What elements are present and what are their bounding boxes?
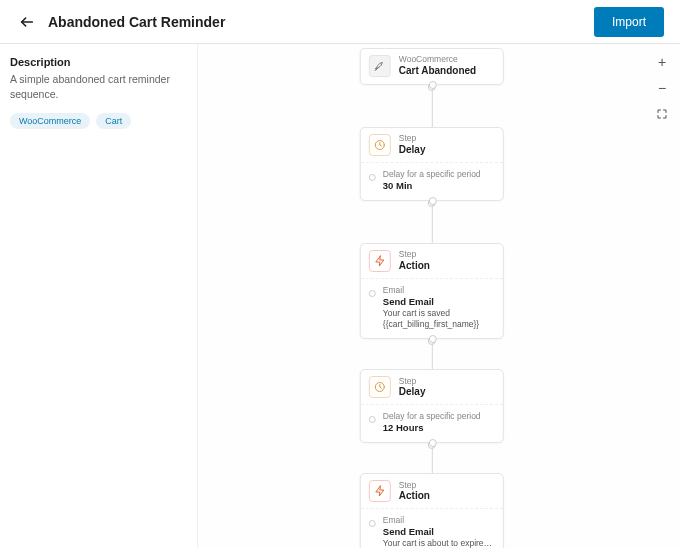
step-body-sub: Your cart is about to expire… — [383, 538, 495, 548]
step-body-title: Send Email — [383, 526, 495, 537]
step-body-title: Send Email — [383, 296, 495, 307]
step-body-meta: Email — [383, 515, 495, 525]
step-body-title: 12 Hours — [383, 422, 495, 433]
step-body-meta: Delay for a specific period — [383, 169, 495, 179]
rocket-icon — [369, 55, 391, 77]
action-node[interactable]: Step Action Email Send Email Your cart i… — [360, 473, 504, 548]
step-meta: Step — [399, 134, 426, 144]
description-label: Description — [10, 56, 189, 68]
canvas-tools: + − — [654, 54, 670, 122]
workflow-flow: WooCommerce Cart Abandoned Step Delay — [360, 48, 504, 548]
import-button[interactable]: Import — [594, 7, 664, 37]
step-body-meta: Email — [383, 285, 495, 295]
tag-woocommerce[interactable]: WooCommerce — [10, 113, 90, 129]
action-node[interactable]: Step Action Email Send Email Your cart i… — [360, 243, 504, 339]
bolt-icon — [369, 250, 391, 272]
step-meta: Step — [399, 377, 426, 387]
trigger-title: Cart Abandoned — [399, 65, 476, 77]
description-text: A simple abandoned cart reminder sequenc… — [10, 72, 189, 101]
step-body-meta: Delay for a specific period — [383, 411, 495, 421]
step-title: Action — [399, 490, 430, 502]
clock-icon — [369, 134, 391, 156]
back-icon[interactable] — [16, 11, 38, 33]
tag-list: WooCommerce Cart — [10, 113, 189, 129]
trigger-meta: WooCommerce — [399, 55, 476, 65]
workflow-canvas[interactable]: + − WooCommerce Cart Abandoned — [198, 44, 680, 548]
sidebar: Description A simple abandoned cart remi… — [0, 44, 198, 548]
delay-node[interactable]: Step Delay Delay for a specific period 3… — [360, 127, 504, 201]
step-title: Delay — [399, 386, 426, 398]
step-title: Delay — [399, 144, 426, 156]
header: Abandoned Cart Reminder Import — [0, 0, 680, 44]
trigger-node[interactable]: WooCommerce Cart Abandoned — [360, 48, 504, 85]
page-title: Abandoned Cart Reminder — [48, 14, 225, 30]
connector — [431, 339, 432, 369]
step-title: Action — [399, 260, 430, 272]
zoom-in-icon[interactable]: + — [654, 54, 670, 70]
step-meta: Step — [399, 250, 430, 260]
clock-icon — [369, 376, 391, 398]
tag-cart[interactable]: Cart — [96, 113, 131, 129]
step-meta: Step — [399, 481, 430, 491]
svg-marker-2 — [376, 256, 384, 266]
connector — [431, 85, 432, 127]
svg-marker-4 — [376, 486, 384, 496]
fullscreen-icon[interactable] — [654, 106, 670, 122]
connector — [431, 201, 432, 243]
delay-node[interactable]: Step Delay Delay for a specific period 1… — [360, 369, 504, 443]
step-body-title: 30 Min — [383, 180, 495, 191]
step-body-sub: Your cart is saved {{cart_billing_first_… — [383, 308, 495, 329]
connector — [431, 443, 432, 473]
bolt-icon — [369, 480, 391, 502]
zoom-out-icon[interactable]: − — [654, 80, 670, 96]
